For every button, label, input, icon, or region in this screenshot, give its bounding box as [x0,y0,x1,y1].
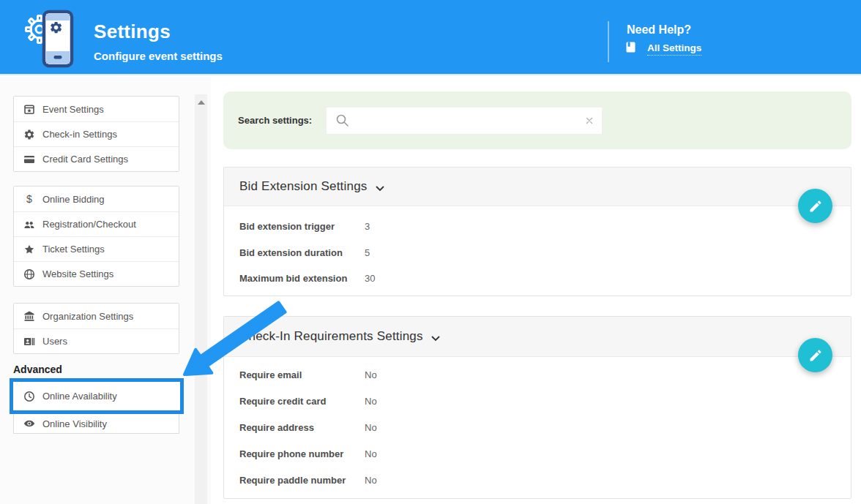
settings-phone-gear-icon [23,4,76,75]
sidebar-item-website-settings[interactable]: Website Settings [14,261,179,286]
search-icon [335,113,350,128]
search-input[interactable] [350,115,584,127]
search-box [326,107,603,135]
sidebar-item-label: Event Settings [42,104,104,115]
page-header: Settings Configure event settings Need H… [0,0,861,75]
edit-checkin-requirements-button[interactable] [798,338,832,372]
page-title: Settings [94,20,171,43]
sidebar-item-label: Credit Card Settings [42,154,128,165]
sidebar-item-label: Users [42,336,67,347]
search-settings-panel: Search settings: [223,91,851,149]
bank-icon [23,310,36,322]
sidebar-item-label: Check-in Settings [42,129,117,140]
field-row: Bid extension trigger 3 [239,214,851,240]
field-value: No [365,369,377,380]
sidebar-item-label: Online Visibility [42,418,107,429]
checkin-requirements-settings-card: Check-In Requirements Settings Require e… [223,316,851,499]
book-icon [626,42,636,56]
header-divider [608,21,609,62]
sidebar-group-event: Event Settings Check-in Settings Credit … [13,96,179,172]
sidebar-item-credit-card-settings[interactable]: Credit Card Settings [14,146,179,171]
field-value: No [365,448,377,459]
gear-icon [23,129,36,140]
people-icon [23,219,36,230]
eye-icon [23,418,36,429]
all-settings-link[interactable]: All Settings [647,42,701,56]
field-row: Maximum bid extension 30 [239,266,851,292]
credit-card-icon [23,154,36,165]
clock-icon [23,391,36,402]
globe-icon [23,268,36,280]
field-row: Bid extension duration 5 [239,240,851,266]
field-row: Require phone number No [239,440,851,467]
field-row: Require address No [239,414,851,440]
sidebar-scrollbar[interactable] [195,94,207,504]
pencil-icon [808,199,823,214]
sidebar-item-label: Online Bidding [42,194,105,205]
sidebar-group-org: Organization Settings Users [13,303,179,354]
clear-search-icon[interactable] [584,116,594,126]
scroll-up-icon[interactable] [198,100,205,105]
sidebar-item-registration-checkout[interactable]: Registration/Checkout [14,211,179,236]
chevron-down-icon[interactable] [431,336,440,342]
field-label: Maximum bid extension [239,273,365,284]
field-label: Require address [239,422,365,433]
card-title: Bid Extension Settings [239,179,368,194]
settings-page: Settings Configure event settings Need H… [0,0,861,504]
advanced-section-label: Advanced [13,364,62,375]
field-label: Require phone number [239,448,365,459]
sidebar-item-label: Registration/Checkout [42,219,136,230]
edit-bid-extension-button[interactable] [798,189,832,223]
need-help-heading: Need Help? [627,23,691,37]
chevron-down-icon[interactable] [376,186,384,192]
card-header-bid-extension[interactable]: Bid Extension Settings [224,168,851,206]
field-value: 3 [365,221,370,232]
field-label: Bid extension duration [239,247,365,258]
card-body: Require email No Require credit card No … [224,357,851,493]
sidebar-item-checkin-settings[interactable]: Check-in Settings [14,121,179,146]
help-links-row: All Settings [626,42,701,56]
sidebar-item-label: Online Availability [42,391,117,402]
sidebar-item-event-settings[interactable]: Event Settings [14,97,179,121]
sidebar-item-online-bidding[interactable]: $ Online Bidding [14,187,179,211]
field-value: 5 [365,247,370,258]
dollar-icon: $ [23,193,36,205]
field-row: Require paddle number No [239,467,851,493]
field-label: Require credit card [239,396,365,407]
bid-extension-settings-card: Bid Extension Settings Bid extension tri… [223,167,851,296]
search-settings-label: Search settings: [238,115,312,126]
sidebar-item-label: Website Settings [42,268,113,279]
contacts-icon [23,336,36,347]
sidebar-group-online: $ Online Bidding Registration/Checkout T… [13,186,179,287]
pencil-icon [808,348,823,363]
field-value: No [365,422,377,433]
card-header-checkin-requirements[interactable]: Check-In Requirements Settings [224,317,851,357]
field-label: Require paddle number [239,475,365,486]
sidebar-item-online-visibility[interactable]: Online Visibility [13,414,179,434]
sidebar-item-online-availability[interactable]: Online Availability [10,378,184,414]
card-title: Check-In Requirements Settings [239,329,423,344]
field-value: No [365,396,377,407]
field-value: 30 [365,273,375,284]
star-icon [23,244,36,255]
page-subtitle: Configure event settings [94,50,223,62]
sidebar-item-label: Organization Settings [42,311,133,322]
field-row: Require email No [239,361,851,388]
sidebar-item-ticket-settings[interactable]: Ticket Settings [14,236,179,261]
field-label: Bid extension trigger [239,221,365,232]
field-value: No [365,475,377,486]
sidebar-item-users[interactable]: Users [14,328,179,353]
sidebar-item-organization-settings[interactable]: Organization Settings [14,304,179,328]
calendar-event-icon [23,103,36,115]
field-label: Require email [239,369,365,380]
card-body: Bid extension trigger 3 Bid extension du… [224,206,851,292]
sidebar-item-label: Ticket Settings [42,244,105,255]
field-row: Require credit card No [239,388,851,414]
